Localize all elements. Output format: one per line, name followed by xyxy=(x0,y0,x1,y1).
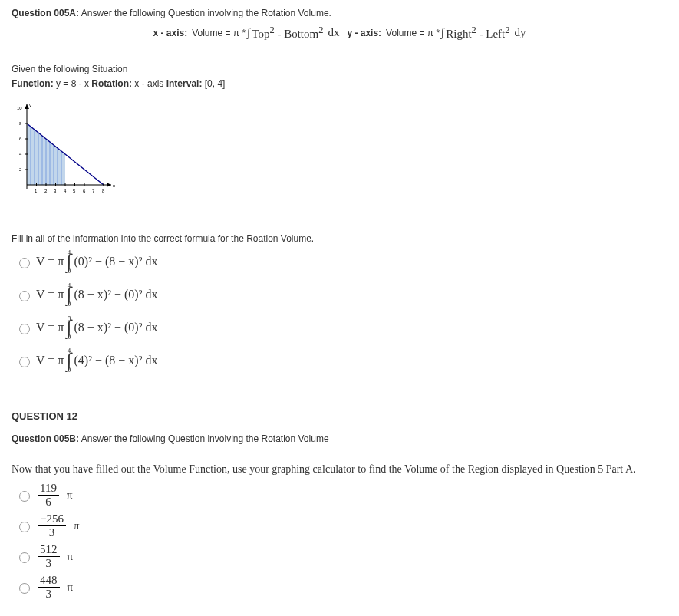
opt2-pre: V = π xyxy=(36,288,64,301)
svg-text:2: 2 xyxy=(19,167,22,172)
radio-icon[interactable] xyxy=(19,357,30,367)
svg-text:8: 8 xyxy=(19,121,22,126)
pi: π xyxy=(68,550,74,563)
dx: dx xyxy=(328,26,339,39)
top-term: Top xyxy=(252,28,269,40)
function-graph: 123 456 78 246 810 xy xyxy=(12,100,667,203)
radio-icon[interactable] xyxy=(19,552,30,563)
radio-icon[interactable] xyxy=(19,324,30,334)
q12-option-4[interactable]: 4483 π xyxy=(19,574,667,600)
minus-bottom: - Bottom xyxy=(275,28,319,40)
svg-text:4: 4 xyxy=(19,152,22,156)
svg-text:5: 5 xyxy=(73,189,76,193)
function-line: Function: y = 8 - x Rotation: x - axis I… xyxy=(12,78,667,89)
question-12-label: QUESTION 12 xyxy=(12,410,667,422)
svg-text:8: 8 xyxy=(102,189,105,193)
formula-reference: x - axis: Volume = π * ∫ Top2 - Bottom2 … xyxy=(12,25,667,41)
fill-in-prompt: Fill in all of the information into the … xyxy=(12,233,667,244)
radio-icon[interactable] xyxy=(19,291,30,301)
function-label: Function: xyxy=(12,78,54,89)
integral-icon: ∫ xyxy=(247,27,250,38)
yaxis-vol: Volume = π * xyxy=(386,28,440,38)
opt3-body: (8 − x)² − (0)² dx xyxy=(74,321,158,334)
svg-text:2: 2 xyxy=(44,189,48,193)
given-situation: Given the following Situation xyxy=(12,64,667,74)
q005a-text: Answer the following Question involving … xyxy=(81,8,331,18)
q005b-header: Question 005B: Answer the following Ques… xyxy=(12,433,667,444)
pi: π xyxy=(74,519,80,532)
svg-text:x: x xyxy=(113,183,115,188)
svg-text:7: 7 xyxy=(92,189,95,193)
dy: dy xyxy=(515,26,526,39)
svg-marker-15 xyxy=(107,183,111,187)
option-1[interactable]: V = π 4∫0 (0)² − (8 − x)² dx xyxy=(19,250,667,274)
q12-option-1[interactable]: 1196 π xyxy=(19,482,667,508)
right-term: Right xyxy=(446,28,471,40)
q12-option-2[interactable]: −2563 π xyxy=(19,512,667,539)
integral-icon: ∫ xyxy=(441,27,444,38)
rotation-label: Rotation: xyxy=(91,78,132,89)
svg-text:6: 6 xyxy=(19,137,22,141)
radio-icon[interactable] xyxy=(19,491,30,502)
opt1-pre: V = π xyxy=(36,255,64,268)
radio-icon[interactable] xyxy=(19,522,30,532)
xaxis-vol: Volume = π * xyxy=(192,28,246,38)
pi: π xyxy=(68,581,74,594)
svg-text:10: 10 xyxy=(17,106,22,110)
radio-icon[interactable] xyxy=(19,258,30,268)
q12-option-3[interactable]: 5123 π xyxy=(19,543,667,569)
opt3-pre: V = π xyxy=(36,321,64,334)
pi: π xyxy=(67,489,73,502)
svg-text:6: 6 xyxy=(83,189,86,193)
option-3[interactable]: V = π 8∫0 (8 − x)² − (0)² dx xyxy=(19,316,667,340)
minus-left: - Left xyxy=(476,28,505,40)
q12-options: 1196 π −2563 π 5123 π 4483 π xyxy=(12,482,667,600)
q005b-text: Answer the following Question involving … xyxy=(81,433,329,444)
svg-text:1: 1 xyxy=(35,189,38,193)
option-4[interactable]: V = π 4∫0 (4)² − (8 − x)² dx xyxy=(19,348,667,372)
q5a-options: V = π 4∫0 (0)² − (8 − x)² dx V = π 4∫0 (… xyxy=(19,250,667,372)
interval-label: Interval: xyxy=(166,78,203,89)
svg-text:y: y xyxy=(29,103,31,107)
q005a-label: Question 005A: xyxy=(12,8,79,18)
radio-icon[interactable] xyxy=(19,583,30,594)
q005a-header: Question 005A: Answer the following Ques… xyxy=(12,8,667,18)
opt2-body: (8 − x)² − (0)² dx xyxy=(74,288,158,301)
opt1-body: (0)² − (8 − x)² dx xyxy=(74,255,158,268)
xaxis-label: x - axis: xyxy=(153,28,187,38)
function-value: y = 8 - x xyxy=(56,78,91,89)
option-2[interactable]: V = π 4∫0 (8 − x)² − (0)² dx xyxy=(19,283,667,307)
svg-text:3: 3 xyxy=(54,189,57,193)
yaxis-label: y - axis: xyxy=(347,28,381,38)
interval-value: [0, 4] xyxy=(205,78,226,89)
q005b-label: Question 005B: xyxy=(12,433,79,444)
rotation-value: x - axis xyxy=(134,78,166,89)
q12-prompt: Now that you have filled out the Volume … xyxy=(12,463,667,476)
opt4-pre: V = π xyxy=(36,354,64,367)
opt4-body: (4)² − (8 − x)² dx xyxy=(74,354,158,367)
svg-text:4: 4 xyxy=(64,189,67,193)
